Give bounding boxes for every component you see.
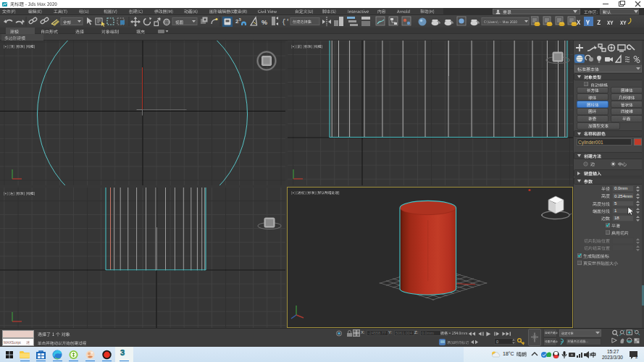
svg-text:{′: {′ [282,19,290,26]
svg-text:2: 2 [635,355,638,359]
svg-text:%: % [262,19,267,26]
svg-text:5: 5 [239,17,241,22]
